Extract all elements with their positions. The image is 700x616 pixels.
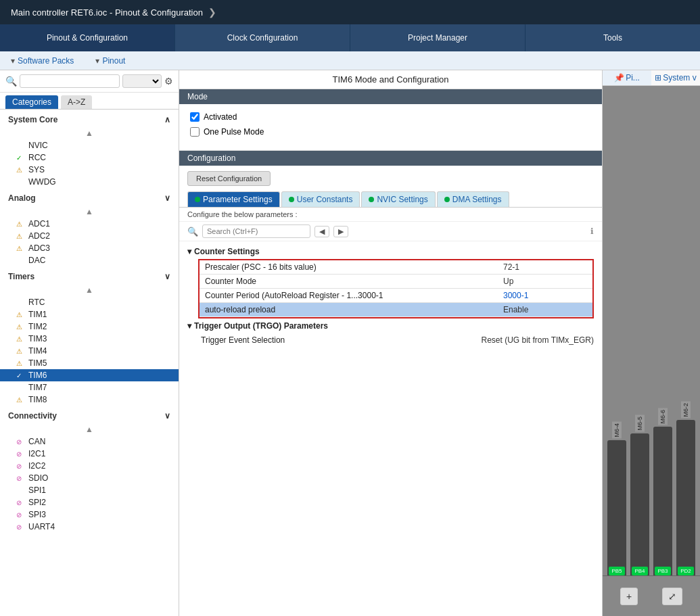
- activated-label: Activated: [204, 112, 237, 122]
- config-section-header: Configuration: [179, 151, 602, 166]
- nav-prev-button[interactable]: ◀: [314, 226, 329, 237]
- zoom-in-button[interactable]: +: [620, 588, 638, 605]
- pin-connector-1: PB4: [630, 433, 649, 575]
- center-panel: TIM6 Mode and Configuration Mode Activat…: [179, 70, 602, 616]
- center-title: TIM6 Mode and Configuration: [179, 70, 602, 89]
- search-dropdown[interactable]: [122, 74, 162, 88]
- right-tabs: 📌 Pi... ⊞ System v: [603, 70, 700, 86]
- sidebar-group-connectivity[interactable]: Connectivity ∨: [0, 406, 179, 423]
- sidebar-item-sdio[interactable]: ⊘ SDIO: [0, 472, 179, 484]
- sidebar-item-wwdg[interactable]: WWDG: [0, 176, 179, 188]
- config-tab-user[interactable]: User Constants: [281, 191, 360, 207]
- sidebar: 🔍 ⚙ Categories A->Z System Core ∧ ▲: [0, 70, 179, 616]
- config-hint: Configure the below parameters :: [179, 208, 602, 222]
- cat-tab-categories[interactable]: Categories: [5, 95, 58, 109]
- scroll-up-connectivity[interactable]: ▲: [0, 423, 179, 435]
- trigger-row-event[interactable]: Trigger Event Selection Reset (UG bit fr…: [179, 333, 602, 347]
- expand-button[interactable]: ⤢: [662, 588, 682, 605]
- sidebar-item-tim1[interactable]: ⚠ TIM1: [0, 308, 179, 321]
- sidebar-item-spi2[interactable]: ⊘ SPI2: [0, 496, 179, 508]
- sidebar-item-tim5[interactable]: ⚠ TIM5: [0, 357, 179, 369]
- config-tab-parameter[interactable]: Parameter Settings: [187, 191, 280, 207]
- sidebar-item-uart4[interactable]: ⊘ UART4: [0, 521, 179, 533]
- scroll-up-timers[interactable]: ▲: [0, 284, 179, 296]
- param-row-autoreload[interactable]: auto-reload preload Enable: [200, 303, 592, 317]
- config-tabs: Parameter Settings User Constants NVIC S…: [179, 191, 602, 208]
- right-tab-pinout[interactable]: 📌 Pi...: [603, 70, 651, 85]
- tab-clock[interactable]: Clock Configuration: [175, 24, 350, 51]
- pin-connector-0: PB5: [607, 440, 626, 575]
- param-row-counter-mode[interactable]: Counter Mode Up: [200, 275, 592, 289]
- sidebar-item-adc2[interactable]: ⚠ ADC2: [0, 230, 179, 242]
- param-tab-dot: [195, 197, 200, 202]
- right-tab-system[interactable]: ⊞ System v: [651, 70, 700, 85]
- config-tab-dma[interactable]: DMA Settings: [437, 191, 509, 207]
- spi3-icon: ⊘: [16, 511, 26, 519]
- sidebar-group-analog[interactable]: Analog ∨: [0, 188, 179, 206]
- sidebar-item-adc3[interactable]: ⚠ ADC3: [0, 242, 179, 254]
- param-search-icon: 🔍: [187, 227, 198, 237]
- gear-icon[interactable]: ⚙: [164, 76, 173, 87]
- sidebar-scroll-area[interactable]: System Core ∧ ▲ NVIC ✓ RCC ⚠ SYS WWDG: [0, 110, 179, 616]
- adc1-icon: ⚠: [16, 220, 26, 228]
- param-row-counter-period[interactable]: Counter Period (AutoReload Register - 1.…: [200, 289, 592, 303]
- i2c1-icon: ⊘: [16, 450, 26, 458]
- pin-diagram: M6-4 PB5 M6-5 PB4 M6-6 PB3: [603, 86, 700, 575]
- nav-next-button[interactable]: ▶: [333, 226, 348, 237]
- sidebar-item-spi3[interactable]: ⊘ SPI3: [0, 508, 179, 521]
- tim3-icon: ⚠: [16, 335, 26, 343]
- sidebar-item-tim4[interactable]: ⚠ TIM4: [0, 345, 179, 357]
- sidebar-item-tim2[interactable]: ⚠ TIM2: [0, 321, 179, 333]
- params-area[interactable]: ▾ Counter Settings Prescaler (PSC - 16 b…: [179, 241, 602, 616]
- search-input[interactable]: [20, 74, 120, 88]
- subtab-pinout[interactable]: ▾ Pinout: [85, 51, 136, 70]
- mode-section: Activated One Pulse Mode: [179, 104, 602, 151]
- scroll-up-system[interactable]: ▲: [0, 127, 179, 139]
- scroll-up-analog[interactable]: ▲: [0, 206, 179, 218]
- tab-pinout[interactable]: Pinout & Configuration: [0, 24, 175, 51]
- search-icon: 🔍: [5, 76, 17, 87]
- one-pulse-row: One Pulse Mode: [190, 127, 591, 137]
- cat-tab-az[interactable]: A->Z: [61, 95, 92, 109]
- one-pulse-checkbox[interactable]: [190, 127, 200, 137]
- tab-project[interactable]: Project Manager: [350, 24, 526, 51]
- right-bottom-controls: + ⤢: [603, 575, 700, 616]
- sidebar-item-tim3[interactable]: ⚠ TIM3: [0, 333, 179, 345]
- sidebar-item-tim6[interactable]: ✓ TIM6: [0, 369, 179, 381]
- sidebar-item-dac[interactable]: DAC: [0, 254, 179, 266]
- config-tab-nvic[interactable]: NVIC Settings: [361, 191, 435, 207]
- tim2-icon: ⚠: [16, 323, 26, 331]
- sidebar-item-tim7[interactable]: TIM7: [0, 381, 179, 394]
- param-search-input[interactable]: [202, 224, 310, 238]
- pin-col-m6-2: M6-2 PD2: [676, 402, 695, 575]
- subtab-software-packs[interactable]: ▾ Software Packs: [0, 51, 85, 70]
- param-row-prescaler[interactable]: Prescaler (PSC - 16 bits value) 72-1: [200, 260, 592, 275]
- i2c2-icon: ⊘: [16, 463, 26, 470]
- trigger-output-group[interactable]: ▾ Trigger Output (TRGO) Parameters: [179, 318, 602, 333]
- sidebar-item-i2c1[interactable]: ⊘ I2C1: [0, 448, 179, 460]
- activated-checkbox[interactable]: [190, 112, 200, 122]
- sidebar-item-i2c2[interactable]: ⊘ I2C2: [0, 460, 179, 472]
- tab-tools[interactable]: Tools: [526, 24, 700, 51]
- sdio-icon: ⊘: [16, 475, 26, 482]
- tim1-icon: ⚠: [16, 311, 26, 318]
- sidebar-item-rtc[interactable]: RTC: [0, 296, 179, 308]
- sidebar-item-spi1[interactable]: SPI1: [0, 484, 179, 496]
- sidebar-group-timers[interactable]: Timers ∨: [0, 266, 179, 284]
- title-arrow: ❯: [208, 7, 216, 18]
- sidebar-item-can[interactable]: ⊘ CAN: [0, 435, 179, 448]
- title-text: Main controller RET6.ioc - Pinout & Conf…: [11, 7, 203, 18]
- pin-badge-pb5: PB5: [609, 567, 625, 575]
- pin-label-m6-2: M6-2: [681, 402, 691, 419]
- tim8-icon: ⚠: [16, 396, 26, 404]
- reset-config-button[interactable]: Reset Configuration: [187, 171, 271, 186]
- pin-col-m6-5: M6-5 PB4: [630, 415, 649, 575]
- sidebar-item-rcc[interactable]: ✓ RCC: [0, 151, 179, 164]
- counter-settings-group[interactable]: ▾ Counter Settings: [179, 244, 602, 259]
- sidebar-item-tim8[interactable]: ⚠ TIM8: [0, 394, 179, 406]
- sidebar-item-adc1[interactable]: ⚠ ADC1: [0, 218, 179, 230]
- sidebar-group-system[interactable]: System Core ∧: [0, 110, 179, 127]
- sidebar-item-sys[interactable]: ⚠ SYS: [0, 164, 179, 176]
- param-search-bar: 🔍 ◀ ▶ ℹ: [179, 222, 602, 241]
- sidebar-item-nvic[interactable]: NVIC: [0, 139, 179, 151]
